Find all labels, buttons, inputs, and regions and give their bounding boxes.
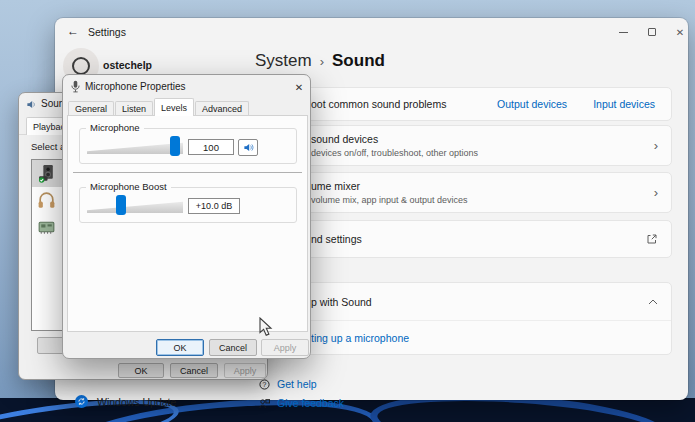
close-button[interactable]: ✕ (668, 23, 692, 41)
mouse-cursor (259, 317, 273, 341)
input-devices-link[interactable]: Input devices (593, 98, 655, 110)
give-feedback-label: Give feedback (277, 397, 344, 409)
page-title: Sound (332, 51, 385, 71)
windows-update-label: Windows Update (97, 396, 176, 408)
card-troubleshoot: oot common sound problems Output devices… (280, 87, 672, 121)
select-device-label: Select a (31, 141, 65, 152)
card-subtitle: devices on/off, troubleshoot, other opti… (311, 148, 643, 158)
windows-update-icon (75, 395, 88, 408)
microphone-slider-thumb[interactable] (170, 136, 180, 156)
card-subtitle: volume mix, app input & output devices (311, 195, 643, 205)
setting-up-microphone-link[interactable]: ting up a microphone (311, 332, 409, 344)
sound-ok-button[interactable]: OK (118, 363, 164, 378)
mic-ok-button[interactable]: OK (156, 339, 204, 356)
avatar-icon (72, 57, 90, 75)
tab-advanced[interactable]: Advanced (195, 101, 249, 116)
microphone-icon (71, 80, 80, 93)
close-icon: ✕ (676, 27, 684, 38)
microphone-boost-group: Microphone Boost +10.0 dB (79, 187, 297, 223)
card-troubleshoot-title: oot common sound problems (311, 98, 446, 110)
chevron-up-icon (648, 299, 658, 305)
speaker-volume-icon (243, 142, 254, 153)
external-link-icon (646, 233, 658, 245)
divider (73, 172, 302, 173)
back-arrow-icon[interactable]: ← (65, 24, 81, 40)
breadcrumb: System › Sound (255, 51, 385, 71)
minimize-button[interactable] (611, 23, 635, 41)
svg-text:?: ? (263, 380, 267, 387)
help-icon: ? (259, 379, 270, 390)
sound-apply-button[interactable]: Apply (224, 363, 266, 378)
chevron-right-icon: › (654, 184, 658, 199)
card-volume-mixer[interactable]: ume mixer volume mix, app input & output… (280, 172, 672, 213)
soundcard-device-icon (36, 217, 57, 238)
breadcrumb-separator-icon: › (320, 54, 324, 69)
mic-dialog-tabs: General Listen Levels Advanced (68, 98, 250, 116)
mic-apply-button[interactable]: Apply (261, 339, 309, 356)
microphone-properties-dialog: Microphone Properties ✕ General Listen L… (62, 74, 311, 359)
card-help-with-sound: p with Sound ting up a microphone (280, 282, 672, 355)
microphone-boost-group-label: Microphone Boost (86, 181, 171, 192)
user-name[interactable]: ostechelp (103, 59, 152, 71)
card-title: ume mixer (311, 180, 643, 192)
sound-cancel-button[interactable]: Cancel (170, 363, 218, 378)
tab-general[interactable]: General (68, 101, 114, 116)
bloom-swirl (368, 398, 671, 422)
give-feedback-link[interactable]: Give feedback (259, 397, 344, 409)
tab-levels[interactable]: Levels (154, 98, 194, 116)
speaker-device-icon (36, 163, 57, 184)
get-help-label: Get help (277, 378, 317, 390)
microphone-group: Microphone 100 (79, 128, 297, 164)
breadcrumb-system[interactable]: System (255, 51, 312, 71)
boost-slider-thumb[interactable] (116, 195, 126, 215)
microphone-group-label: Microphone (86, 122, 144, 133)
microphone-slider-track[interactable] (87, 142, 183, 154)
sidebar-item-windows-update[interactable]: Windows Update (75, 395, 176, 408)
card-title: sound devices (311, 133, 643, 145)
feedback-icon (259, 398, 270, 409)
close-icon: ✕ (295, 82, 303, 93)
speaker-icon (26, 99, 37, 110)
microphone-level-value[interactable]: 100 (188, 139, 234, 155)
get-help-link[interactable]: ? Get help (259, 378, 317, 390)
help-header[interactable]: p with Sound (281, 283, 671, 320)
card-more-sound-settings[interactable]: nd settings (280, 220, 672, 258)
help-title: p with Sound (311, 296, 372, 308)
boost-slider-track[interactable] (87, 201, 183, 213)
maximize-button[interactable] (640, 23, 664, 41)
tab-listen[interactable]: Listen (115, 101, 153, 116)
mic-dialog-close-button[interactable]: ✕ (291, 79, 307, 95)
chevron-right-icon: › (654, 137, 658, 152)
output-devices-link[interactable]: Output devices (497, 98, 567, 110)
headphones-device-icon (36, 190, 57, 211)
window-title: Settings (88, 26, 126, 38)
maximize-icon (648, 28, 656, 36)
card-all-sound-devices[interactable]: sound devices devices on/off, troublesho… (280, 125, 672, 166)
mic-cancel-button[interactable]: Cancel (209, 339, 257, 356)
minimize-icon (619, 32, 628, 33)
card-title: nd settings (311, 233, 362, 245)
boost-value[interactable]: +10.0 dB (188, 198, 240, 214)
microphone-mute-button[interactable] (238, 139, 258, 156)
mic-dialog-title[interactable]: Microphone Properties (85, 81, 186, 92)
